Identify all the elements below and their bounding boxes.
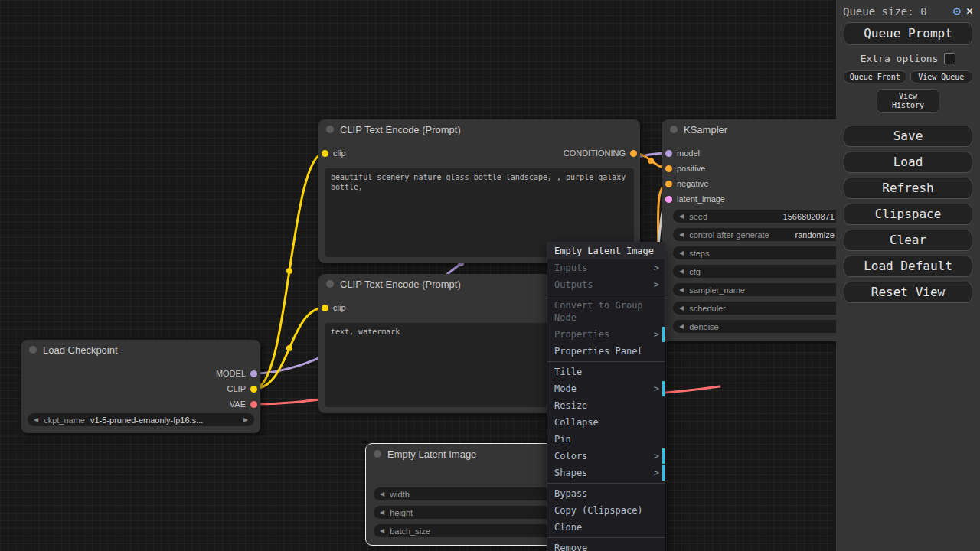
output-slot-clip[interactable]: CLIP (227, 383, 257, 395)
save-button[interactable]: Save (844, 126, 972, 147)
comfyui-app: Load Checkpoint MODEL CLIP VAE ◀ ckpt_na… (0, 0, 980, 551)
widget-scheduler[interactable]: ◀ scheduler ▶ (673, 302, 851, 315)
output-slot-model[interactable]: MODEL (216, 367, 257, 380)
menu-item-outputs[interactable]: Outputs> (547, 276, 665, 293)
decrement-arrow-icon[interactable]: ◀ (380, 524, 384, 537)
submenu-arrow-icon: > (654, 328, 659, 341)
clear-button[interactable]: Clear (844, 230, 972, 251)
widget-label: sampler_name (689, 285, 745, 295)
collapse-dot-icon[interactable] (326, 280, 334, 288)
refresh-button[interactable]: Refresh (844, 178, 972, 199)
decrement-arrow-icon[interactable]: ◀ (380, 506, 384, 519)
menu-item-resize[interactable]: Resize (547, 397, 665, 414)
widget-ckpt-name[interactable]: ◀ ckpt_name v1-5-pruned-emaonly-fp16.s..… (28, 413, 254, 426)
node-title: CLIP Text Encode (Prompt) (340, 279, 461, 290)
widget-label: batch_size (390, 527, 430, 536)
menu-item-bypass[interactable]: Bypass (547, 485, 665, 502)
node-title-bar[interactable]: Load Checkpoint (21, 340, 260, 360)
collapse-dot-icon[interactable] (670, 126, 678, 133)
input-slot-clip[interactable]: clip (322, 147, 346, 159)
node-title-bar[interactable]: KSampler (662, 119, 861, 139)
menu-item-colors[interactable]: Colors> (547, 448, 665, 465)
widget-steps[interactable]: ◀ steps ▶ (673, 246, 851, 259)
view-history-button[interactable]: View History (877, 89, 939, 113)
slot-label: negative (677, 179, 709, 188)
clipspace-button[interactable]: Clipspace (844, 204, 972, 225)
submenu-arrow-icon: > (654, 262, 659, 274)
decrement-arrow-icon[interactable]: ◀ (679, 210, 684, 223)
collapse-dot-icon[interactable] (374, 450, 381, 458)
output-slot-vae[interactable]: VAE (230, 398, 257, 410)
conditioning-slot-icon[interactable] (665, 181, 672, 187)
close-icon[interactable]: ✕ (966, 5, 973, 17)
decrement-arrow-icon[interactable]: ◀ (380, 487, 384, 500)
vae-slot-icon[interactable] (250, 401, 257, 408)
widget-label: control after generate (689, 230, 769, 240)
widget-value: randomize (775, 230, 835, 240)
decrement-arrow-icon[interactable]: ◀ (679, 246, 684, 259)
queue-front-button[interactable]: Queue Front (844, 70, 906, 83)
menu-item-convert-to-group-node[interactable]: Convert to Group Node (547, 297, 665, 326)
menu-item-copy-clipspace[interactable]: Copy (Clipspace) (547, 502, 665, 519)
node-load-checkpoint[interactable]: Load Checkpoint MODEL CLIP VAE ◀ ckpt_na… (21, 340, 260, 433)
widget-label: scheduler (689, 304, 726, 313)
submenu-arrow-icon: > (654, 383, 659, 395)
input-slot-negative[interactable]: negative (665, 178, 709, 190)
decrement-arrow-icon[interactable]: ◀ (34, 413, 38, 426)
node-ksampler[interactable]: KSampler model positive negative latent_… (662, 119, 861, 341)
node-title-bar[interactable]: CLIP Text Encode (Prompt) (318, 119, 640, 139)
clip-slot-icon[interactable] (322, 150, 328, 157)
menu-item-properties-panel[interactable]: Properties Panel (547, 343, 665, 360)
decrement-arrow-icon[interactable]: ◀ (679, 320, 684, 333)
conditioning-slot-icon[interactable] (665, 165, 672, 172)
menu-item-pin[interactable]: Pin (547, 431, 665, 448)
decrement-arrow-icon[interactable]: ◀ (679, 302, 684, 315)
queue-prompt-button[interactable]: Queue Prompt (844, 22, 972, 45)
decrement-arrow-icon[interactable]: ◀ (679, 283, 684, 296)
clip-slot-icon[interactable] (250, 386, 257, 393)
input-slot-latent-image[interactable]: latent_image (665, 193, 725, 205)
collapse-dot-icon[interactable] (29, 346, 37, 354)
decrement-arrow-icon[interactable]: ◀ (679, 228, 684, 241)
clip-slot-icon[interactable] (322, 305, 328, 311)
widget-cfg[interactable]: ◀ cfg ▶ (673, 265, 851, 278)
widget-label: steps (689, 249, 709, 258)
conditioning-slot-icon[interactable] (630, 150, 637, 157)
widget-denoise[interactable]: ◀ denoise ▶ (673, 320, 851, 333)
widget-seed[interactable]: ◀ seed 15668020871 ▶ (673, 210, 851, 223)
decrement-arrow-icon[interactable]: ◀ (679, 265, 684, 278)
menu-item-clone[interactable]: Clone (547, 519, 665, 536)
reset-view-button[interactable]: Reset View (844, 282, 972, 303)
load-button[interactable]: Load (844, 152, 972, 173)
model-slot-icon[interactable] (665, 150, 672, 157)
load-default-button[interactable]: Load Default (844, 256, 972, 277)
input-slot-model[interactable]: model (665, 147, 700, 159)
increment-arrow-icon[interactable]: ▶ (243, 413, 248, 426)
node-title: Empty Latent Image (387, 448, 476, 460)
menu-item-inputs[interactable]: Inputs> (547, 259, 665, 276)
widget-control-after-generate[interactable]: ◀ control after generate randomize ▶ (673, 228, 851, 241)
submenu-arrow-icon: > (654, 450, 659, 462)
menu-item-collapse[interactable]: Collapse (547, 414, 665, 431)
node-title: KSampler (684, 124, 727, 135)
menu-item-title[interactable]: Title (547, 364, 665, 380)
output-slot-conditioning[interactable]: CONDITIONING (564, 147, 637, 159)
comfyui-menu-panel: Queue size: 0 ⚙ ✕ Queue Prompt Extra opt… (836, 0, 980, 551)
menu-item-properties[interactable]: Properties> (547, 326, 665, 343)
widget-sampler-name[interactable]: ◀ sampler_name ▶ (673, 283, 851, 296)
widget-label: cfg (689, 267, 701, 276)
latent-slot-icon[interactable] (665, 196, 672, 203)
view-queue-button[interactable]: View Queue (910, 70, 973, 83)
menu-item-remove[interactable]: Remove (547, 540, 665, 551)
input-slot-positive[interactable]: positive (665, 162, 705, 174)
widget-label: height (390, 508, 413, 517)
collapse-dot-icon[interactable] (326, 126, 334, 133)
model-slot-icon[interactable] (250, 370, 257, 377)
menu-item-mode[interactable]: Mode> (547, 380, 665, 397)
menu-item-shapes[interactable]: Shapes> (547, 465, 665, 481)
settings-gear-icon[interactable]: ⚙ (953, 5, 961, 18)
slot-label: CLIP (227, 384, 246, 393)
extra-options-checkbox[interactable] (944, 53, 956, 64)
input-slot-clip[interactable]: clip (322, 302, 346, 314)
widget-value: v1-5-pruned-emaonly-fp16.s... (90, 416, 238, 425)
